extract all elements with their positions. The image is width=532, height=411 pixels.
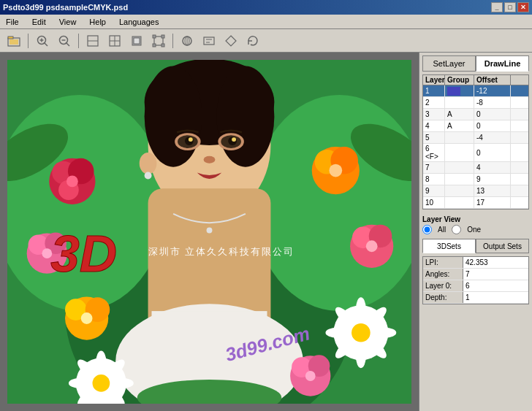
svg-point-43 — [189, 137, 193, 142]
svg-point-66 — [96, 350, 106, 372]
main-area: 3D 3D 深圳市 立体久久科技有限公司 3d99.com SetLayer D… — [0, 53, 532, 411]
layer-offset: 0 — [474, 109, 511, 120]
image-area: 3D 3D 深圳市 立体久久科技有限公司 3d99.com — [0, 53, 419, 411]
prop-angles: Angles: 7 — [423, 269, 528, 280]
tool5-button[interactable] — [178, 32, 197, 50]
angles-label: Angles: — [423, 269, 463, 280]
svg-rect-1 — [8, 37, 13, 39]
table-row[interactable]: 8 9 — [423, 174, 528, 185]
tool4-button[interactable] — [149, 32, 168, 50]
layer-offset: 13 — [474, 185, 511, 196]
layer-group — [445, 174, 474, 185]
toolbar-sep-3 — [172, 34, 173, 48]
layer-table: Layer Group Offset 1 -12 2 -8 3 A 0 — [422, 74, 529, 210]
maximize-button[interactable]: □ — [504, 2, 516, 12]
zoom-in-button[interactable] — [33, 32, 52, 50]
svg-point-78 — [329, 164, 342, 177]
layer-view-section: Layer View All One — [422, 212, 529, 236]
svg-point-50 — [207, 228, 213, 234]
table-row[interactable]: 5 -4 — [423, 132, 528, 144]
svg-point-47 — [145, 172, 152, 180]
open-button[interactable] — [4, 32, 23, 50]
layer-num: 2 — [423, 97, 445, 108]
toolbar-sep-2 — [78, 34, 79, 48]
prop-depth: Depth: 1 — [423, 292, 528, 304]
svg-point-35 — [145, 66, 202, 166]
svg-point-68 — [69, 378, 91, 388]
svg-point-93 — [352, 323, 370, 342]
sets-tab-row: 3DSets Output Sets — [422, 239, 529, 253]
layer-group — [445, 144, 474, 161]
svg-point-69 — [112, 378, 134, 388]
svg-point-36 — [216, 66, 274, 166]
layer0-value: 6 — [463, 280, 528, 291]
title-bar: Psdto3d99 psdsampleCMYK.psd _ □ ✕ — [0, 0, 532, 15]
layer-group — [445, 185, 474, 196]
col-offset: Offset — [474, 75, 511, 85]
tab-drawline[interactable]: DrawLine — [476, 55, 529, 72]
layer-num: 5 — [423, 132, 445, 143]
table-row[interactable]: 6 <F> 0 — [423, 144, 528, 162]
toolbar-sep-1 — [28, 34, 28, 48]
tab-setlayer[interactable]: SetLayer — [422, 55, 476, 72]
svg-rect-2 — [10, 39, 18, 45]
layer-offset: 9 — [474, 174, 511, 185]
refresh-button[interactable] — [243, 32, 262, 50]
table-row[interactable]: 7 4 — [423, 162, 528, 174]
table-row[interactable]: 4 A 0 — [423, 120, 528, 132]
layer-num: 6 <F> — [423, 144, 445, 161]
menu-edit[interactable]: Edit — [29, 16, 49, 28]
layer-num: 7 — [423, 162, 445, 173]
tab-output-sets[interactable]: Output Sets — [476, 239, 529, 253]
layer-offset: 0 — [474, 144, 511, 161]
menu-view[interactable]: View — [56, 16, 80, 28]
layer-view-label: Layer View — [422, 215, 529, 223]
tool7-button[interactable] — [221, 32, 240, 50]
table-row[interactable]: 3 A 0 — [423, 109, 528, 120]
angles-value: 7 — [463, 269, 528, 280]
layer-num: 8 — [423, 174, 445, 185]
image-canvas: 3D 3D 深圳市 立体久久科技有限公司 3d99.com — [7, 60, 411, 404]
menu-help[interactable]: Help — [86, 16, 109, 28]
svg-point-55 — [66, 175, 78, 187]
radio-one[interactable] — [452, 225, 461, 234]
tool6-button[interactable] — [200, 32, 218, 50]
tool2-button[interactable] — [105, 32, 124, 50]
menu-bar: File Edit View Help Languages — [0, 15, 532, 29]
close-button[interactable]: ✕ — [517, 2, 529, 12]
svg-point-85 — [356, 297, 366, 320]
layer-num: 9 — [423, 185, 445, 196]
layer-offset: 17 — [474, 197, 511, 208]
svg-rect-18 — [153, 35, 156, 38]
svg-line-8 — [66, 42, 69, 46]
minimize-button[interactable]: _ — [491, 2, 503, 12]
svg-point-82 — [366, 240, 378, 252]
zoom-out-button[interactable] — [55, 32, 74, 50]
svg-rect-21 — [162, 44, 164, 47]
window-title: Psdto3d99 psdsampleCMYK.psd — [3, 3, 128, 12]
layer-offset: -8 — [474, 97, 511, 108]
layer-group: A — [445, 109, 474, 120]
table-row[interactable]: 1 -12 — [423, 85, 528, 97]
svg-line-4 — [44, 42, 48, 46]
svg-text:3D: 3D — [50, 225, 117, 283]
tool3-button[interactable] — [127, 32, 146, 50]
menu-languages[interactable]: Languages — [116, 16, 162, 28]
table-row[interactable]: 2 -8 — [423, 97, 528, 109]
svg-rect-16 — [134, 38, 140, 44]
table-row[interactable]: 10 17 — [423, 197, 528, 209]
menu-file[interactable]: File — [3, 16, 22, 28]
col-group: Group — [445, 75, 474, 85]
table-header: Layer Group Offset — [423, 75, 528, 85]
toolbar — [0, 29, 532, 53]
layer-offset: 4 — [474, 162, 511, 173]
photo-background: 3D 3D 深圳市 立体久久科技有限公司 3d99.com — [7, 60, 411, 404]
radio-all[interactable] — [422, 225, 432, 234]
layer-color-swatch — [447, 87, 460, 96]
radio-row: All One — [422, 225, 529, 234]
svg-point-97 — [305, 371, 316, 381]
tool1-button[interactable] — [83, 32, 102, 50]
layer0-label: Layer 0: — [423, 280, 463, 291]
table-row[interactable]: 9 13 — [423, 185, 528, 197]
tab-3dsets[interactable]: 3DSets — [422, 239, 476, 253]
